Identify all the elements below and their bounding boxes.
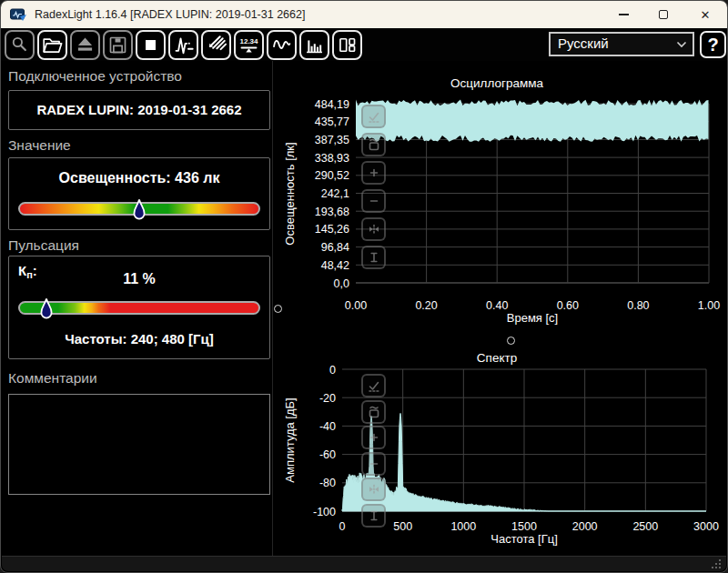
rays-icon bbox=[204, 33, 228, 57]
chart-fit-button[interactable] bbox=[361, 217, 386, 241]
title-bar: RadexLight 1.16.4 [RADEX LUPIN: 2019-01-… bbox=[1, 1, 727, 28]
wave-icon bbox=[269, 33, 294, 57]
chart-zoom-in-button[interactable] bbox=[361, 161, 386, 185]
drop-marker-icon bbox=[133, 198, 146, 223]
oscillogram-toolbar bbox=[361, 105, 386, 269]
save-file-button[interactable] bbox=[103, 30, 133, 60]
spectrum-x-axis-label: Частота [Гц] bbox=[490, 532, 558, 546]
chart-select-icon bbox=[367, 378, 381, 393]
chart-zoom-out-button[interactable] bbox=[361, 189, 386, 213]
chart-zoom-out-icon bbox=[367, 457, 381, 471]
spectrum-y-axis-label: Амплитуда [дБ] bbox=[283, 397, 297, 482]
pulsation-frequencies: Частоты: 240; 480 [Гц] bbox=[9, 331, 269, 347]
chart-zoom-out-button[interactable] bbox=[361, 452, 386, 476]
pulse-icon bbox=[171, 33, 196, 57]
y-tick-label: 387,35 bbox=[315, 134, 349, 146]
pulsation-gauge bbox=[18, 301, 260, 315]
y-tick-label: -40 bbox=[319, 420, 336, 433]
chart-copy-button[interactable] bbox=[361, 133, 386, 156]
y-tick-label: -60 bbox=[319, 448, 336, 461]
oscillogram-waveform bbox=[356, 99, 709, 141]
oscillogram-view-button[interactable] bbox=[267, 30, 297, 60]
illuminance-gauge-marker bbox=[133, 198, 146, 223]
pulsation-section-header: Пульсация bbox=[8, 237, 79, 254]
oscillogram-y-axis-label: Освещенность [лк] bbox=[283, 142, 297, 245]
chart-select-button[interactable] bbox=[361, 374, 386, 397]
chart-select-button[interactable] bbox=[361, 105, 386, 128]
x-tick-label: 2500 bbox=[632, 520, 658, 533]
y-tick-label: 484,19 bbox=[315, 98, 349, 111]
x-tick-label: 0.40 bbox=[486, 299, 508, 312]
spectrum-view-button[interactable] bbox=[299, 30, 329, 60]
measure-pulse-button[interactable] bbox=[168, 30, 198, 60]
open-file-button[interactable] bbox=[37, 30, 67, 60]
open-folder-icon bbox=[40, 33, 65, 57]
x-tick-label: 3000 bbox=[693, 520, 719, 533]
x-tick-label: 0.80 bbox=[627, 299, 649, 312]
app-icon bbox=[10, 8, 27, 22]
y-tick-label: 193,68 bbox=[315, 206, 349, 218]
drop-marker-icon bbox=[40, 297, 53, 322]
help-label: ? bbox=[707, 35, 718, 55]
stop-measurement-button[interactable] bbox=[136, 30, 166, 60]
minimize-icon bbox=[619, 14, 629, 15]
y-tick-label: 0 bbox=[329, 364, 336, 377]
chevron-down-icon bbox=[676, 35, 687, 51]
x-tick-label: 0 bbox=[339, 520, 346, 533]
vertical-splitter[interactable] bbox=[272, 61, 273, 557]
save-icon bbox=[106, 33, 130, 57]
value-box: Освещенность: 436 лк bbox=[8, 157, 270, 230]
numeric-display-button[interactable]: 12.34 bbox=[234, 30, 264, 60]
chart-scale-button[interactable] bbox=[361, 504, 386, 528]
chart-fit-button[interactable] bbox=[361, 478, 386, 501]
kp-value: 11 % bbox=[9, 271, 269, 287]
help-button[interactable]: ? bbox=[700, 31, 726, 58]
resize-grip[interactable] bbox=[710, 558, 721, 568]
toolbar: 12.34 Русский ? bbox=[1, 28, 727, 61]
x-tick-label: 1500 bbox=[511, 520, 537, 533]
chart-zoom-in-icon bbox=[367, 166, 381, 180]
status-bar bbox=[2, 556, 726, 571]
numeric-display-text: 12.34 bbox=[239, 37, 258, 45]
minimize-button[interactable] bbox=[603, 1, 643, 28]
comments-input[interactable] bbox=[8, 394, 270, 495]
zoom-search-button[interactable] bbox=[5, 30, 35, 60]
search-icon bbox=[7, 33, 32, 57]
illuminance-reading: Освещенность: 436 лк bbox=[9, 170, 269, 186]
chart-copy-button[interactable] bbox=[361, 400, 386, 424]
y-tick-label: 338,93 bbox=[315, 152, 349, 165]
pulsation-box: Кп: 11 % Частоты: 240; 480 [Гц] bbox=[8, 256, 270, 359]
maximize-icon bbox=[659, 10, 668, 19]
close-button[interactable]: ✕ bbox=[685, 1, 725, 28]
chart-fit-icon bbox=[367, 222, 381, 236]
y-tick-label: 0,0 bbox=[334, 277, 349, 290]
oscillogram-x-axis-label: Время [с] bbox=[507, 311, 558, 325]
language-select-value: Русский bbox=[558, 35, 609, 51]
y-tick-label: 290,52 bbox=[315, 169, 349, 182]
x-tick-label: 0.60 bbox=[557, 299, 579, 312]
y-tick-label: 96,84 bbox=[321, 241, 349, 254]
maximize-button[interactable] bbox=[643, 1, 683, 28]
spectrum-bars-icon bbox=[302, 33, 327, 57]
x-tick-label: 2000 bbox=[572, 520, 598, 533]
chart-fit-icon bbox=[367, 482, 381, 497]
device-section-header: Подключенное устройство bbox=[8, 68, 182, 85]
chart-copy-icon bbox=[367, 137, 381, 152]
spectrum-title: Спектр bbox=[477, 351, 517, 365]
chart-scale-icon bbox=[367, 508, 381, 523]
window-title: RadexLight 1.16.4 [RADEX LUPIN: 2019-01-… bbox=[35, 8, 305, 21]
comments-section-header: Комментарии bbox=[8, 370, 97, 387]
chart-scale-button[interactable] bbox=[361, 246, 386, 269]
pulsation-rays-button[interactable] bbox=[201, 30, 231, 60]
oscillogram-title: Осциллограмма bbox=[450, 76, 543, 90]
y-tick-label: -20 bbox=[319, 392, 336, 405]
y-tick-label: 435,77 bbox=[315, 116, 349, 128]
language-select[interactable]: Русский bbox=[549, 32, 694, 56]
chart-zoom-in-icon bbox=[367, 430, 381, 445]
chart-zoom-in-button[interactable] bbox=[361, 426, 386, 449]
eject-device-button[interactable] bbox=[70, 30, 100, 60]
numeric-display-icon: 12.34 bbox=[237, 33, 261, 57]
layout-panels-button[interactable] bbox=[332, 30, 362, 60]
chart-zoom-out-icon bbox=[367, 194, 381, 208]
toolbar-buttons: 12.34 bbox=[5, 30, 362, 60]
